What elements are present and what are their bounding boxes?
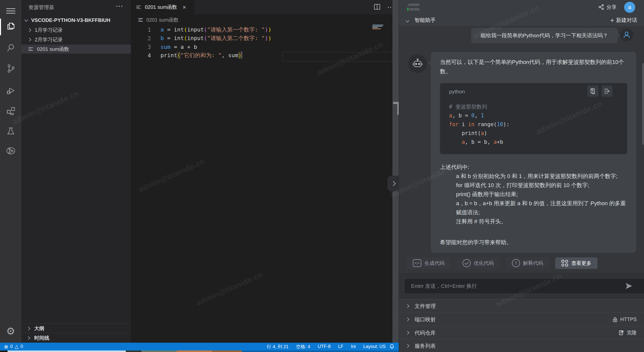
generate-code-icon: </>	[413, 259, 421, 267]
testing-icon[interactable]	[0, 123, 21, 139]
explorer-icon[interactable]	[0, 18, 21, 34]
status-bar-right: 行 4, 列 21 空格: 4 UTF-8 LF Ini Layout: US	[267, 344, 386, 350]
plus-icon: +	[610, 17, 614, 23]
explorer-title: 资源管理器	[28, 4, 54, 11]
notifications-bell-icon[interactable]	[389, 344, 395, 350]
https-badge[interactable]: HTTPS	[613, 316, 637, 322]
indentation-status[interactable]: 空格: 4	[296, 344, 310, 350]
section-port-mapping[interactable]: 端口映射 HTTPS	[399, 312, 644, 326]
breadcrumb[interactable]: 0201 sum函数	[138, 14, 179, 25]
panel-top-bar: 分享 a	[399, 0, 644, 14]
chat-input-area	[399, 273, 644, 299]
code-line-1[interactable]: 1 a = int(input("请输入第一个数字: "))	[131, 25, 392, 34]
panel-expand-handle[interactable]	[387, 176, 399, 191]
settings-gear-icon[interactable]: ⚙	[0, 323, 21, 339]
see-more-button[interactable]: 查看更多	[555, 257, 597, 269]
collapse-chevron-icon[interactable]	[406, 19, 410, 23]
explorer-header: 资源管理器 ⋯	[21, 0, 131, 15]
user-message-bubble: 能给我一段简单的Python代码，学习一下相关语法吗？	[471, 28, 618, 43]
cb-line: a, b = 0, 1	[449, 111, 509, 120]
code-block-lines: # 斐波那契数列 a, b = 0, 1 for i in range(10):…	[449, 102, 509, 146]
section-code-repository[interactable]: 代码仓库 克隆	[399, 326, 644, 339]
breadcrumb-label: 0201 sum函数	[146, 17, 179, 23]
outline-section-header[interactable]: 大纲	[21, 323, 131, 333]
skeleton-accent	[407, 8, 409, 11]
tab-0201-sum[interactable]: 0201 sum函数 ×	[131, 0, 194, 14]
assistant-panel: 分享 a 智能助手 + 新建对话 能给我一段简单的Python代码，学习一下相关…	[399, 0, 644, 352]
editor-tab-bar: 0201 sum函数 × ⋯	[131, 0, 399, 14]
tree-file-0201-selected[interactable]: 0201 sum函数	[21, 45, 131, 54]
error-icon: ⊗	[4, 344, 8, 349]
code-language-label: python	[449, 89, 465, 95]
cursor-position-status[interactable]: 行 4, 列 21	[267, 344, 289, 350]
copy-code-button[interactable]	[587, 86, 598, 97]
user-avatar-badge[interactable]: a	[624, 2, 635, 13]
explorer-sidebar: 资源管理器 ⋯ VSCODE-PYTHON-V3-BKFFBIUH 1月学习记录…	[21, 0, 131, 352]
share-label: 分享	[607, 4, 617, 11]
generate-code-button[interactable]: </> 生成代码	[407, 257, 451, 269]
status-bar: ⊗ 0 △ 0 行 4, 列 21 空格: 4 UTF-8 LF Ini Lay…	[0, 343, 399, 350]
breadcrumb-file-icon	[138, 17, 143, 22]
tree-folder-feb[interactable]: 2月学习记录	[21, 35, 131, 44]
section-file-management[interactable]: 文件管理	[399, 299, 644, 313]
new-chat-button[interactable]: + 新建对话	[610, 17, 637, 24]
line-number: 2	[131, 35, 160, 42]
warning-count: 0	[20, 344, 23, 349]
code-line-4-current[interactable]: 4 print("它们的和为: ", sum)	[131, 51, 392, 60]
exclamation-circle-icon: !	[512, 259, 520, 267]
problems-status[interactable]: ⊗ 0 △ 0	[4, 344, 23, 349]
tree-root-folder[interactable]: VSCODE-PYTHON-V3-BKFFBIUH	[21, 16, 131, 25]
run-debug-icon[interactable]	[0, 83, 21, 99]
explain-code-button[interactable]: ! 解释代码	[506, 257, 549, 269]
assistant-header[interactable]: 智能助手 + 新建对话	[399, 14, 644, 26]
assistant-avatar	[408, 54, 427, 73]
search-icon[interactable]	[0, 40, 21, 56]
root-folder-label: VSCODE-PYTHON-V3-BKFFBIUH	[31, 17, 110, 23]
explorer-more-actions-icon[interactable]: ⋯	[116, 2, 123, 10]
send-icon[interactable]	[625, 283, 633, 291]
copy-icon	[590, 88, 596, 94]
editor-group: 0201 sum函数 × ⋯ 0201 sum函数 1 a = int(inpu…	[131, 0, 399, 352]
new-chat-label: 新建对话	[616, 17, 637, 24]
user-message-row: 能给我一段简单的Python代码，学习一下相关语法吗？	[399, 28, 644, 43]
eol-status[interactable]: LF	[338, 344, 343, 349]
tab-close-icon[interactable]: ×	[183, 4, 186, 10]
insert-code-button[interactable]	[601, 86, 613, 97]
person-icon	[622, 30, 631, 39]
keyboard-layout-status[interactable]: Layout: US	[363, 344, 386, 349]
cb-line: # 斐波那契数列	[449, 102, 509, 111]
user-avatar	[620, 28, 633, 41]
line-content: print("它们的和为: ", sum)	[160, 52, 242, 59]
minimap[interactable]	[372, 24, 384, 30]
cb-line: print(a)	[449, 129, 509, 137]
share-button[interactable]: 分享	[598, 0, 617, 14]
encoding-status[interactable]: UTF-8	[318, 344, 331, 349]
assistant-closing-text: 希望能对您的学习带来帮助。	[440, 239, 512, 246]
timeline-section-header[interactable]: 时间线	[21, 333, 131, 343]
robot-icon	[412, 58, 423, 69]
line-content: b = int(input("请输入第二个数字: "))	[160, 34, 271, 42]
optimize-code-button[interactable]: 优化代码	[457, 257, 500, 269]
chat-input[interactable]	[405, 279, 644, 293]
section-service-list[interactable]: 服务列表	[399, 339, 644, 352]
file-list-icon	[28, 47, 33, 52]
cb-line: a, b = b, a+b	[449, 137, 509, 146]
code-line-2[interactable]: 2 b = int(input("请输入第二个数字: "))	[131, 34, 392, 43]
explain-item: print() 函数用于输出结果;	[440, 190, 628, 199]
language-mode-status[interactable]: Ini	[351, 344, 356, 349]
split-editor-icon[interactable]	[374, 3, 381, 11]
clone-badge[interactable]: 克隆	[619, 329, 637, 336]
tree-folder-jan[interactable]: 1月学习记录	[21, 25, 131, 34]
code-area[interactable]: 1 a = int(input("请输入第一个数字: ")) 2 b = int…	[131, 25, 392, 60]
tab-label: 0201 sum函数	[145, 4, 177, 11]
menu-hamburger-icon[interactable]	[0, 3, 21, 19]
extensions-icon[interactable]	[0, 103, 21, 119]
source-control-icon[interactable]	[0, 60, 21, 77]
explain-item: for 循环迭代 10 次，打印斐波那契数列的前 10 个数字;	[440, 181, 628, 190]
code-line-3[interactable]: 3 sum = a + b	[131, 43, 392, 51]
panel-scrollbar-thumb[interactable]	[642, 63, 644, 145]
assistant-title: 智能助手	[415, 17, 436, 24]
assistant-message-bubble: 当然可以，以下是一个简单的Python代码，用于求解斐波那契数列的前10个数。 …	[431, 52, 636, 253]
remote-branch-icon[interactable]	[0, 143, 21, 159]
taskbar-sliver	[0, 350, 399, 352]
